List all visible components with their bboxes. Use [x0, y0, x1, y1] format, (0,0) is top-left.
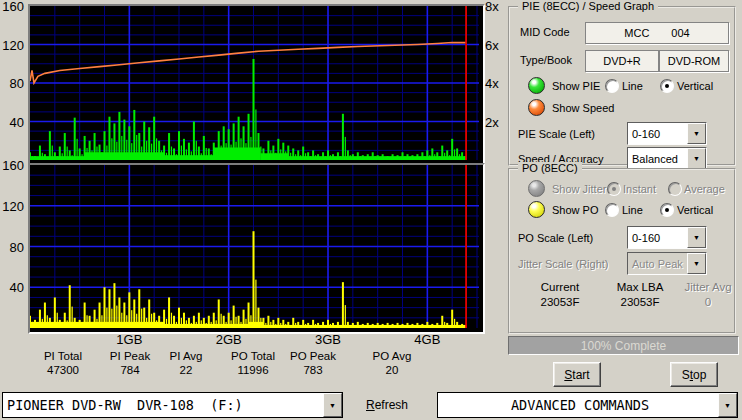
- show-po-label: Show PO: [552, 204, 598, 216]
- drive-select-value: PIONEER DVD-RW DVR-108 (F:): [3, 393, 323, 417]
- jitter-scale-select: Auto Peak ▼: [627, 252, 707, 275]
- po-scale-label: PO Scale (Left): [518, 232, 593, 244]
- po-line-label[interactable]: Line: [622, 204, 643, 216]
- chevron-down-icon: ▼: [687, 253, 706, 274]
- type-book-label: Type/Book: [520, 54, 572, 66]
- show-jitter-label: Show Jitter: [552, 183, 606, 195]
- show-pie-label: Show PIE: [552, 80, 600, 92]
- pie-line-radio[interactable]: [605, 79, 619, 93]
- x-axis-labels: 1GB2GB3GB4GB: [30, 332, 479, 346]
- chevron-down-icon[interactable]: ▼: [323, 393, 342, 417]
- mid-code-value: MCC: [624, 27, 649, 39]
- refresh-button[interactable]: Refresh: [366, 398, 408, 412]
- po-line-radio[interactable]: [605, 203, 619, 217]
- chevron-down-icon[interactable]: ▼: [718, 393, 737, 417]
- advanced-commands-value: ADVANCED COMMANDS: [438, 393, 718, 417]
- pie-scale-select[interactable]: 0-160 ▼: [627, 122, 707, 145]
- mid-code-label: MID Code: [520, 26, 570, 38]
- po-vertical-label[interactable]: Vertical: [677, 204, 713, 216]
- jitter-average-label: Average: [684, 183, 725, 195]
- po-group-title: PO (8ECC): [518, 162, 582, 174]
- pie-speed-chart-panel: [28, 4, 485, 166]
- jitter-scale-value: Auto Peak: [628, 253, 687, 274]
- current-lba: Current23053F: [520, 280, 600, 310]
- pie-group-title: PIE (8ECC) / Speed Graph: [518, 0, 658, 12]
- book-type-field: DVD-ROM: [659, 50, 729, 72]
- pie-line-label[interactable]: Line: [622, 80, 643, 92]
- stat-po-peak: PO Peak783: [268, 349, 358, 377]
- drive-select[interactable]: PIONEER DVD-RW DVR-108 (F:) ▼: [2, 392, 343, 418]
- po-scale-value: 0-160: [628, 227, 687, 248]
- chevron-down-icon[interactable]: ▼: [687, 227, 706, 248]
- pie-chart-canvas: [30, 6, 479, 160]
- start-button[interactable]: Start: [553, 362, 601, 387]
- chevron-down-icon[interactable]: ▼: [687, 123, 706, 144]
- mid-code-field: MCC 004: [585, 22, 729, 44]
- show-pie-led-icon[interactable]: [528, 77, 545, 94]
- stat-po-avg: PO Avg20: [347, 349, 437, 377]
- show-speed-led-icon[interactable]: [528, 99, 545, 116]
- po-chart-canvas: [30, 165, 479, 328]
- chevron-down-icon[interactable]: ▼: [687, 148, 706, 169]
- jitter-avg: Jitter Avg0: [668, 280, 742, 310]
- po-vertical-radio[interactable]: [660, 203, 674, 217]
- show-jitter-led-icon: [528, 180, 545, 197]
- pie-scale-label: PIE Scale (Left): [518, 128, 595, 140]
- show-po-led-icon[interactable]: [528, 201, 545, 218]
- jitter-instant-radio: [607, 182, 621, 196]
- jitter-scale-label: Jitter Scale (Right): [518, 258, 608, 270]
- po-group-box: PO (8ECC) Show Jitter Instant Average Sh…: [508, 168, 736, 334]
- stop-button[interactable]: Stop: [670, 362, 718, 387]
- progress-text: 100% Complete: [581, 339, 666, 353]
- po-scale-select[interactable]: 0-160 ▼: [627, 226, 707, 249]
- show-speed-label: Show Speed: [552, 102, 614, 114]
- po-y-axis: 1601208040: [0, 165, 26, 328]
- advanced-commands-select[interactable]: ADVANCED COMMANDS ▼: [437, 392, 738, 418]
- pie-y-axis: 1601208040: [0, 6, 26, 160]
- pie-vertical-radio[interactable]: [660, 79, 674, 93]
- po-chart-panel: [28, 163, 485, 334]
- scan-progress-bar: 100% Complete: [508, 336, 739, 355]
- speed-accuracy-select[interactable]: Balanced ▼: [627, 147, 707, 170]
- disc-type-field: DVD+R: [585, 50, 659, 72]
- pie-group-box: PIE (8ECC) / Speed Graph MID Code MCC 00…: [508, 6, 736, 166]
- speed-accuracy-value: Balanced: [628, 148, 687, 169]
- jitter-instant-label: Instant: [623, 183, 656, 195]
- pie-scale-value: 0-160: [628, 123, 687, 144]
- jitter-average-radio: [668, 182, 682, 196]
- pie-vertical-label[interactable]: Vertical: [677, 80, 713, 92]
- mid-code-number: 004: [671, 27, 689, 39]
